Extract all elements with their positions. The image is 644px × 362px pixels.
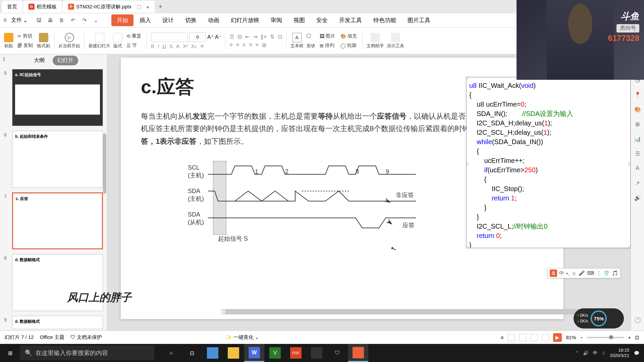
ime-emoji-icon[interactable]: ☺ — [572, 270, 577, 276]
tray-ime-icon[interactable]: 中 — [593, 350, 597, 356]
new-slide-button[interactable]: 新建幻灯片 — [89, 33, 110, 49]
zoom-in-button[interactable]: + — [628, 335, 631, 340]
align-left-button[interactable]: ≡ — [229, 42, 232, 48]
ime-more-icon[interactable]: ⋮ — [596, 270, 601, 276]
layout-button[interactable]: 版式 — [113, 33, 122, 49]
tab-document[interactable]: P STM32-IIC原理讲解.pptx ▢ ● — [63, 1, 155, 13]
ime-lang[interactable]: 中 — [559, 270, 564, 277]
vim-icon[interactable]: V — [265, 344, 285, 362]
fill-button[interactable]: 🎨填充 — [339, 33, 358, 40]
save-icon[interactable]: 🖫 — [35, 16, 43, 24]
zoom-thumb[interactable] — [609, 335, 613, 339]
ime-skin-icon[interactable]: 👕 — [603, 270, 610, 276]
from-begin-button[interactable]: ▷从当前开始 — [58, 33, 80, 49]
arrange-button[interactable]: ⊞排列 — [318, 42, 336, 49]
ribbon-tab-transition[interactable]: 切换 — [180, 14, 202, 26]
paste-button[interactable]: 粘贴 — [4, 33, 13, 49]
align-center-button[interactable]: ≡ — [236, 42, 239, 48]
zoom-percent[interactable]: 81% — [566, 335, 576, 340]
bullets-button[interactable]: ☰ — [229, 34, 234, 40]
ribbon-tab-insert[interactable]: 插入 — [134, 14, 156, 26]
taskview-icon[interactable]: ⊡ — [182, 344, 202, 362]
tray-clock[interactable]: 19:15 2020/3/21 — [610, 348, 629, 358]
zoom-out-button[interactable]: − — [580, 335, 583, 340]
tab-add-button[interactable]: + — [155, 2, 165, 12]
ribbon-tab-review[interactable]: 审阅 — [265, 14, 287, 26]
panel-tab-slides[interactable]: 幻灯片 — [53, 56, 78, 65]
sound-tool-icon[interactable]: 🔊 — [634, 194, 642, 202]
text-direction-button[interactable]: ⇅ — [270, 34, 274, 40]
ribbon-tab-devtools[interactable]: 开发工具 — [334, 14, 367, 26]
increase-font-icon[interactable]: A⁺ — [207, 34, 214, 40]
decrease-indent-button[interactable]: ⇤ — [245, 34, 250, 40]
resize-handle[interactable] — [466, 77, 468, 79]
start-button[interactable]: ⊞ — [0, 344, 20, 362]
scrollbar-thumb[interactable] — [225, 309, 603, 314]
sorter-view-button[interactable] — [519, 334, 526, 341]
normal-view-button[interactable] — [507, 334, 515, 341]
code-textbox[interactable]: u8 IIC_Wait_Ack(void) { u8 ucErrTime=0; … — [466, 77, 631, 248]
tray-expand-icon[interactable]: ˄ — [576, 351, 578, 356]
copy-button[interactable]: 🗐复制 — [16, 42, 34, 49]
font-size-input[interactable] — [189, 33, 206, 42]
notes-view-button[interactable] — [542, 334, 549, 341]
horizontal-scrollbar[interactable] — [221, 309, 624, 314]
collapse-panel-button[interactable]: ⟪ — [3, 56, 5, 62]
notes-toggle-icon[interactable]: ≡ — [501, 335, 504, 340]
share-tool-icon[interactable]: ↗ — [634, 179, 642, 187]
reset-button[interactable]: ⟲重置 — [125, 33, 143, 40]
tab-template[interactable]: D 稻壳模板 — [23, 1, 62, 13]
panel-tab-outline[interactable]: 大纲 — [29, 56, 49, 65]
app-icon[interactable] — [203, 344, 223, 362]
ribbon-tab-features[interactable]: 特色功能 — [368, 14, 401, 26]
print-preview-icon[interactable]: 🗎 — [58, 16, 66, 24]
columns-button[interactable]: ⊞ — [262, 42, 266, 48]
ribbon-tab-animation[interactable]: 动画 — [203, 14, 225, 26]
history-tool-icon[interactable]: 🕐 — [634, 316, 642, 324]
ribbon-tab-design[interactable]: 设计 — [157, 14, 179, 26]
protect-status[interactable]: 🛡 文档未保护 — [70, 334, 102, 341]
app2-icon[interactable] — [307, 344, 327, 362]
cut-button[interactable]: ✂剪切 — [16, 33, 34, 40]
stats-tool-icon[interactable]: 📊 — [634, 135, 642, 143]
color-tool-icon[interactable]: 🎨 — [634, 105, 642, 113]
slide-thumbnail[interactable]: a. IIC起始信号 — [12, 69, 103, 126]
font-family-select[interactable] — [151, 33, 188, 42]
ribbon-tab-view[interactable]: 视图 — [288, 14, 310, 26]
doctool-button[interactable]: 文档助手 — [367, 33, 384, 49]
tab-home[interactable]: 首页 — [2, 1, 22, 13]
slide-thumbnail-active[interactable]: c. 应答 — [12, 192, 103, 249]
app3-icon[interactable] — [348, 344, 368, 362]
ime-voice-icon[interactable]: 🎤 — [579, 270, 585, 276]
strikethrough-button[interactable]: S — [169, 43, 173, 49]
bold-button[interactable]: B — [151, 43, 154, 49]
format-painter-button[interactable]: 格式刷 — [37, 33, 50, 49]
cortana-icon[interactable]: ○ — [161, 344, 181, 362]
font-color-button[interactable]: A — [176, 43, 179, 49]
list-tool-icon[interactable]: ☰ — [634, 149, 642, 158]
fit-button[interactable]: ⊡ — [635, 335, 639, 341]
italic-button[interactable]: I — [158, 43, 159, 49]
tray-notifications-icon[interactable]: 💬 — [634, 351, 639, 356]
qat-dropdown-icon[interactable]: ⌄ — [92, 16, 100, 24]
text-tool-icon[interactable]: A — [634, 164, 642, 172]
ribbon-tab-start[interactable]: 开始 — [111, 14, 133, 26]
ribbon-tab-security[interactable]: 安全 — [311, 14, 333, 26]
ime-music-icon[interactable]: 🎵 — [612, 270, 618, 276]
clear-format-button[interactable]: ✕ — [200, 43, 204, 49]
network-gauge[interactable]: ↑ 0K/s ↓ 0K/s 75% — [574, 308, 624, 328]
ime-keyboard-icon[interactable]: ⌨ — [587, 270, 594, 276]
ime-punct[interactable]: •, — [566, 270, 569, 276]
hamburger-icon[interactable]: ≡ — [3, 17, 7, 24]
tray-volume-icon[interactable]: 🔊 — [583, 351, 588, 356]
picture-button[interactable]: 🖼图片 — [318, 33, 336, 40]
redo-icon[interactable]: ↷ — [80, 16, 89, 24]
slide-thumbnail[interactable]: b. 起始和结束条件 — [12, 131, 103, 188]
tray-sogou-icon[interactable]: S — [602, 351, 605, 356]
ribbon-tab-picturetools[interactable]: 图片工具 — [402, 14, 436, 26]
resize-handle[interactable] — [466, 163, 468, 166]
section-button[interactable]: ☰节 — [125, 42, 143, 49]
outline-button[interactable]: ◯轮廓 — [339, 42, 358, 49]
highlight-button[interactable]: X² — [183, 43, 188, 49]
location-tool-icon[interactable]: 📍 — [634, 90, 642, 99]
